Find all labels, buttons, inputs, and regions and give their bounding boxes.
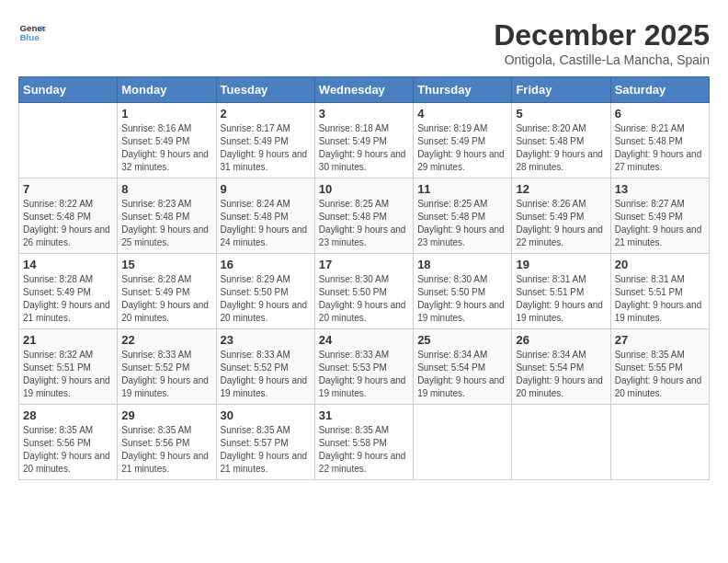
day-number: 24 xyxy=(319,333,409,347)
day-number: 30 xyxy=(221,408,311,422)
day-info: Sunrise: 8:23 AMSunset: 5:48 PMDaylight:… xyxy=(121,198,211,249)
day-info: Sunrise: 8:20 AMSunset: 5:48 PMDaylight:… xyxy=(516,122,606,174)
day-number: 28 xyxy=(23,408,113,422)
weekday-header-thursday: Thursday xyxy=(414,77,512,103)
day-info: Sunrise: 8:35 AMSunset: 5:55 PMDaylight:… xyxy=(615,349,705,400)
day-number: 22 xyxy=(121,333,211,347)
day-info: Sunrise: 8:33 AMSunset: 5:53 PMDaylight:… xyxy=(319,349,409,400)
calendar-cell: 27Sunrise: 8:35 AMSunset: 5:55 PMDayligh… xyxy=(610,329,709,405)
day-number: 7 xyxy=(23,182,113,196)
day-info: Sunrise: 8:21 AMSunset: 5:48 PMDaylight:… xyxy=(615,122,705,174)
weekday-header-monday: Monday xyxy=(118,77,216,103)
calendar-cell: 10Sunrise: 8:25 AMSunset: 5:48 PMDayligh… xyxy=(314,178,413,254)
day-info: Sunrise: 8:34 AMSunset: 5:54 PMDaylight:… xyxy=(516,349,606,400)
day-number: 13 xyxy=(615,182,705,196)
day-info: Sunrise: 8:33 AMSunset: 5:52 PMDaylight:… xyxy=(121,349,211,400)
calendar-cell: 4Sunrise: 8:19 AMSunset: 5:49 PMDaylight… xyxy=(414,103,512,178)
day-number: 11 xyxy=(417,182,507,196)
day-number: 21 xyxy=(23,333,113,347)
calendar-cell: 23Sunrise: 8:33 AMSunset: 5:52 PMDayligh… xyxy=(216,329,314,405)
day-number: 20 xyxy=(615,258,705,271)
day-number: 6 xyxy=(615,107,705,121)
day-info: Sunrise: 8:35 AMSunset: 5:56 PMDaylight:… xyxy=(121,424,211,476)
day-number: 1 xyxy=(121,107,211,121)
day-info: Sunrise: 8:19 AMSunset: 5:49 PMDaylight:… xyxy=(417,122,507,174)
calendar-cell: 14Sunrise: 8:28 AMSunset: 5:49 PMDayligh… xyxy=(19,254,118,329)
calendar-week-row: 28Sunrise: 8:35 AMSunset: 5:56 PMDayligh… xyxy=(19,405,710,480)
day-info: Sunrise: 8:35 AMSunset: 5:56 PMDaylight:… xyxy=(23,424,113,476)
day-number: 18 xyxy=(417,258,507,271)
day-number: 3 xyxy=(319,107,409,121)
day-info: Sunrise: 8:27 AMSunset: 5:49 PMDaylight:… xyxy=(615,198,705,249)
weekday-header-saturday: Saturday xyxy=(610,77,709,103)
day-number: 4 xyxy=(417,107,507,121)
calendar-cell: 12Sunrise: 8:26 AMSunset: 5:49 PMDayligh… xyxy=(512,178,610,254)
calendar-cell: 13Sunrise: 8:27 AMSunset: 5:49 PMDayligh… xyxy=(610,178,709,254)
logo-icon: General Blue xyxy=(18,18,46,46)
calendar-cell: 17Sunrise: 8:30 AMSunset: 5:50 PMDayligh… xyxy=(314,254,413,329)
calendar-cell: 8Sunrise: 8:23 AMSunset: 5:48 PMDaylight… xyxy=(118,178,216,254)
day-info: Sunrise: 8:28 AMSunset: 5:49 PMDaylight:… xyxy=(23,273,113,325)
day-number: 26 xyxy=(516,333,606,347)
calendar-cell: 6Sunrise: 8:21 AMSunset: 5:48 PMDaylight… xyxy=(610,103,709,178)
weekday-header-row: SundayMondayTuesdayWednesdayThursdayFrid… xyxy=(19,77,710,103)
day-info: Sunrise: 8:30 AMSunset: 5:50 PMDaylight:… xyxy=(319,273,409,325)
day-info: Sunrise: 8:33 AMSunset: 5:52 PMDaylight:… xyxy=(221,349,311,400)
day-number: 9 xyxy=(221,182,311,196)
day-info: Sunrise: 8:31 AMSunset: 5:51 PMDaylight:… xyxy=(615,273,705,325)
calendar-cell: 2Sunrise: 8:17 AMSunset: 5:49 PMDaylight… xyxy=(216,103,314,178)
day-number: 29 xyxy=(121,408,211,422)
day-info: Sunrise: 8:26 AMSunset: 5:49 PMDaylight:… xyxy=(516,198,606,249)
title-section: December 2025 Ontigola, Castille-La Manc… xyxy=(494,18,710,67)
calendar-cell: 7Sunrise: 8:22 AMSunset: 5:48 PMDaylight… xyxy=(19,178,118,254)
day-number: 15 xyxy=(121,258,211,271)
day-info: Sunrise: 8:28 AMSunset: 5:49 PMDaylight:… xyxy=(121,273,211,325)
weekday-header-tuesday: Tuesday xyxy=(216,77,314,103)
calendar-cell: 28Sunrise: 8:35 AMSunset: 5:56 PMDayligh… xyxy=(19,405,118,480)
day-number: 17 xyxy=(319,258,409,271)
weekday-header-friday: Friday xyxy=(512,77,610,103)
calendar-cell xyxy=(19,103,118,178)
calendar-week-row: 1Sunrise: 8:16 AMSunset: 5:49 PMDaylight… xyxy=(19,103,710,178)
calendar-cell: 3Sunrise: 8:18 AMSunset: 5:49 PMDaylight… xyxy=(314,103,413,178)
calendar-cell: 22Sunrise: 8:33 AMSunset: 5:52 PMDayligh… xyxy=(118,329,216,405)
calendar-cell: 26Sunrise: 8:34 AMSunset: 5:54 PMDayligh… xyxy=(512,329,610,405)
day-number: 8 xyxy=(121,182,211,196)
calendar-week-row: 21Sunrise: 8:32 AMSunset: 5:51 PMDayligh… xyxy=(19,329,710,405)
day-number: 2 xyxy=(221,107,311,121)
calendar-cell: 21Sunrise: 8:32 AMSunset: 5:51 PMDayligh… xyxy=(19,329,118,405)
calendar-cell: 24Sunrise: 8:33 AMSunset: 5:53 PMDayligh… xyxy=(314,329,413,405)
logo: General Blue xyxy=(18,18,46,46)
day-number: 23 xyxy=(221,333,311,347)
day-number: 27 xyxy=(615,333,705,347)
day-number: 25 xyxy=(417,333,507,347)
header: General Blue December 2025 Ontigola, Cas… xyxy=(18,18,710,67)
day-number: 19 xyxy=(516,258,606,271)
day-number: 5 xyxy=(516,107,606,121)
calendar-cell: 11Sunrise: 8:25 AMSunset: 5:48 PMDayligh… xyxy=(414,178,512,254)
calendar-cell: 30Sunrise: 8:35 AMSunset: 5:57 PMDayligh… xyxy=(216,405,314,480)
calendar-table: SundayMondayTuesdayWednesdayThursdayFrid… xyxy=(18,76,710,480)
day-info: Sunrise: 8:35 AMSunset: 5:57 PMDaylight:… xyxy=(221,424,311,476)
day-info: Sunrise: 8:24 AMSunset: 5:48 PMDaylight:… xyxy=(221,198,311,249)
calendar-cell: 5Sunrise: 8:20 AMSunset: 5:48 PMDaylight… xyxy=(512,103,610,178)
day-info: Sunrise: 8:22 AMSunset: 5:48 PMDaylight:… xyxy=(23,198,113,249)
calendar-cell: 25Sunrise: 8:34 AMSunset: 5:54 PMDayligh… xyxy=(414,329,512,405)
calendar-cell xyxy=(512,405,610,480)
day-number: 31 xyxy=(319,408,409,422)
calendar-cell: 20Sunrise: 8:31 AMSunset: 5:51 PMDayligh… xyxy=(610,254,709,329)
day-info: Sunrise: 8:31 AMSunset: 5:51 PMDaylight:… xyxy=(516,273,606,325)
calendar-cell: 19Sunrise: 8:31 AMSunset: 5:51 PMDayligh… xyxy=(512,254,610,329)
weekday-header-wednesday: Wednesday xyxy=(314,77,413,103)
day-number: 10 xyxy=(319,182,409,196)
calendar-subtitle: Ontigola, Castille-La Mancha, Spain xyxy=(494,52,710,67)
day-number: 16 xyxy=(221,258,311,271)
day-info: Sunrise: 8:25 AMSunset: 5:48 PMDaylight:… xyxy=(417,198,507,249)
day-info: Sunrise: 8:18 AMSunset: 5:49 PMDaylight:… xyxy=(319,122,409,174)
day-info: Sunrise: 8:34 AMSunset: 5:54 PMDaylight:… xyxy=(417,349,507,400)
calendar-cell: 9Sunrise: 8:24 AMSunset: 5:48 PMDaylight… xyxy=(216,178,314,254)
calendar-week-row: 7Sunrise: 8:22 AMSunset: 5:48 PMDaylight… xyxy=(19,178,710,254)
weekday-header-sunday: Sunday xyxy=(19,77,118,103)
calendar-title: December 2025 xyxy=(494,18,710,52)
day-info: Sunrise: 8:29 AMSunset: 5:50 PMDaylight:… xyxy=(221,273,311,325)
